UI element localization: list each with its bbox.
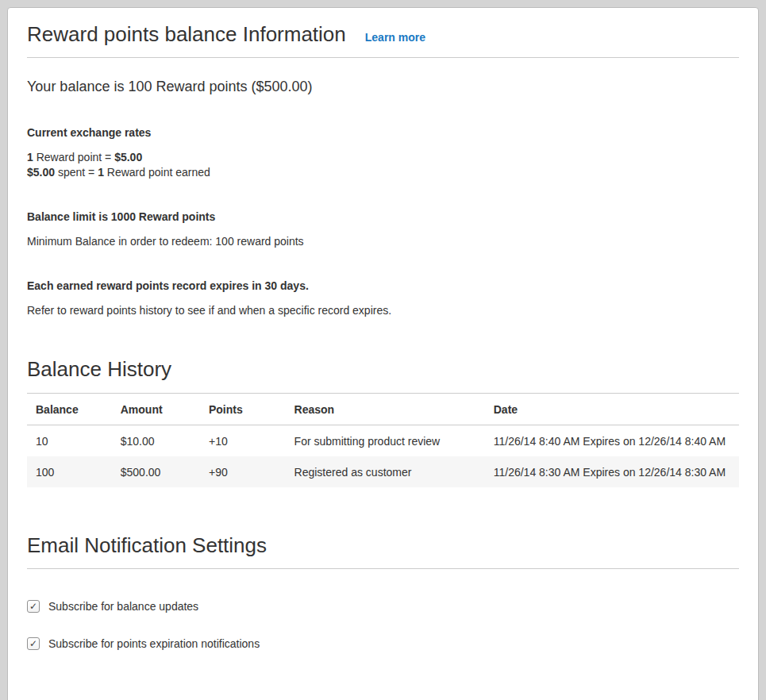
cell-amount: $500.00: [112, 456, 200, 487]
column-header-points: Points: [200, 393, 286, 425]
column-header-reason: Reason: [286, 393, 485, 425]
checkmark-icon: ✓: [29, 602, 37, 611]
table-header: Balance Amount Points Reason Date: [27, 393, 739, 425]
minimum-balance-text: Minimum Balance in order to redeem: 100 …: [27, 234, 739, 250]
header-divider: [27, 57, 739, 58]
learn-more-link[interactable]: Learn more: [365, 31, 425, 44]
cell-reason: Registered as customer: [286, 456, 485, 487]
rate-earning-line: 1 Reward point = $5.00: [27, 151, 142, 163]
cell-balance: 100: [27, 456, 112, 487]
expiration-notifications-label[interactable]: Subscribe for points expiration notifica…: [48, 637, 260, 650]
cell-amount: $10.00: [112, 425, 200, 456]
checkmark-icon: ✓: [29, 639, 37, 648]
cell-points: +10: [200, 425, 286, 456]
exchange-rates-heading: Current exchange rates: [27, 126, 739, 139]
reward-points-panel: Reward points balance Information Learn …: [7, 7, 759, 700]
exchange-rates: 1 Reward point = $5.00 $5.00 spent = 1 R…: [27, 150, 739, 182]
column-header-balance: Balance: [27, 393, 112, 425]
cell-reason: For submitting product review: [286, 425, 485, 456]
rate-spending-line: $5.00 spent = 1 Reward point earned: [27, 166, 210, 179]
balance-updates-label[interactable]: Subscribe for balance updates: [48, 600, 198, 613]
cell-date: 11/26/14 8:30 AM Expires on 12/26/14 8:3…: [485, 456, 739, 487]
balance-updates-option[interactable]: ✓ Subscribe for balance updates: [27, 600, 198, 613]
cell-points: +90: [200, 456, 286, 487]
table-row: 100 $500.00 +90 Registered as customer 1…: [27, 456, 739, 487]
balance-updates-checkbox[interactable]: ✓: [27, 600, 40, 613]
column-header-amount: Amount: [112, 393, 200, 425]
expiration-notifications-checkbox[interactable]: ✓: [27, 637, 40, 650]
expiration-text: Each earned reward points record expires…: [27, 279, 739, 292]
page-title: Reward points balance Information: [27, 22, 346, 47]
balance-history-heading: Balance History: [27, 357, 739, 382]
balance-history-table: Balance Amount Points Reason Date 10 $10…: [27, 393, 739, 487]
page-header: Reward points balance Information Learn …: [27, 22, 739, 47]
cell-balance: 10: [27, 425, 112, 456]
column-header-date: Date: [485, 393, 739, 425]
expiration-notifications-option[interactable]: ✓ Subscribe for points expiration notifi…: [27, 637, 260, 650]
cell-date: 11/26/14 8:40 AM Expires on 12/26/14 8:4…: [485, 425, 739, 456]
expiration-note: Refer to reward points history to see if…: [27, 303, 739, 319]
balance-summary: Your balance is 100 Reward points ($500.…: [27, 78, 739, 96]
email-settings-divider: [27, 568, 739, 569]
email-settings-heading: Email Notification Settings: [27, 533, 739, 558]
table-row: 10 $10.00 +10 For submitting product rev…: [27, 425, 739, 456]
balance-limit-text: Balance limit is 1000 Reward points: [27, 210, 739, 223]
